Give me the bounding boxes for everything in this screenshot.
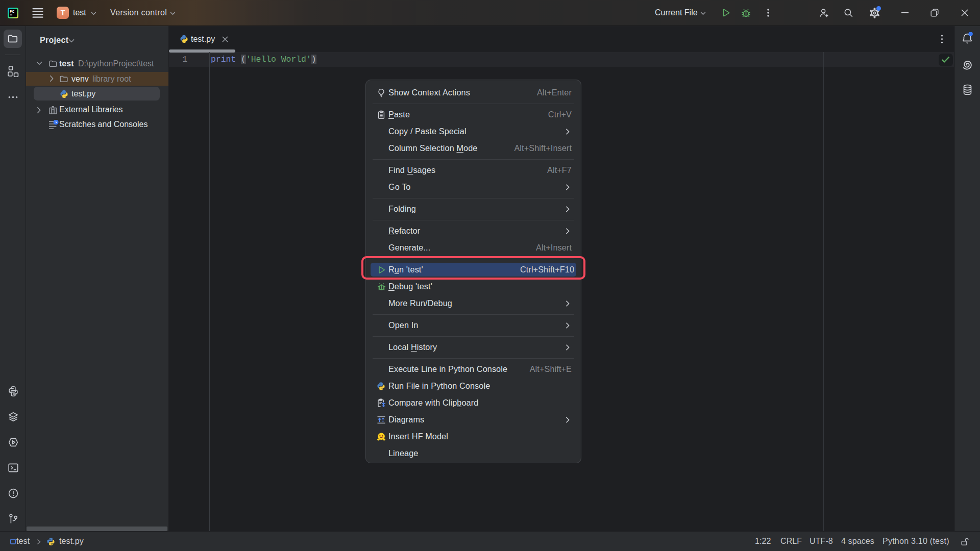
svg-text:PC: PC <box>10 10 14 13</box>
